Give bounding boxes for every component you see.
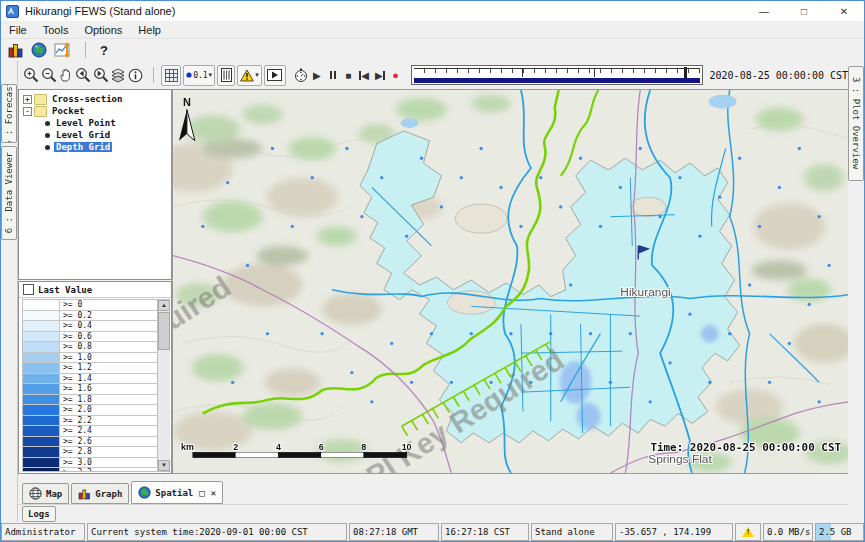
legend-title: Last Value [38, 285, 92, 295]
legend-row[interactable]: >= 2.2 [23, 416, 170, 427]
last-value-checkbox[interactable] [23, 284, 34, 295]
layers-tree: + Cross-section - Pocket Level Point [18, 89, 172, 280]
import-export-chart-icon[interactable] [53, 41, 73, 59]
pause-button[interactable] [326, 66, 340, 84]
thresholds-button[interactable]: ▾ [237, 65, 262, 86]
play-button[interactable]: ▶ [310, 66, 324, 84]
scroll-down-icon[interactable]: ▼ [158, 460, 170, 471]
timeline-availability-bar [414, 78, 700, 83]
forecast-manager-icon[interactable] [5, 41, 25, 59]
tree-item-pocket[interactable]: - Pocket [19, 105, 171, 117]
collapse-icon[interactable]: - [23, 107, 32, 116]
window-title: Hikurangi FEWS (Stand alone) [25, 5, 744, 17]
profile-button[interactable] [217, 65, 235, 86]
expand-icon[interactable]: + [23, 95, 32, 104]
status-local-time: 16:27:18 CST [441, 523, 529, 541]
legend-row[interactable]: >= 1.4 [23, 374, 170, 385]
folder-icon [34, 106, 47, 117]
tab-spatial[interactable]: Spatial □ ✕ [131, 481, 223, 504]
main-area: 5 : Forecast 6 : Data Viewer [1, 61, 864, 522]
status-user: Administrator [1, 523, 85, 541]
tree-item-level-grid[interactable]: Level Grid [19, 129, 171, 141]
legend-row[interactable]: >= 1.8 [23, 395, 170, 406]
globe-explorer-icon[interactable] [29, 41, 49, 59]
spatial-globe-icon [138, 486, 151, 499]
legend-row[interactable]: >= 2.8 [23, 447, 170, 458]
record-button[interactable]: ● [389, 66, 403, 84]
bottom-tab-bar: Map Graph Spatial □ ✕ [18, 483, 848, 504]
zoom-out-icon[interactable] [40, 66, 56, 85]
timeline-thumb[interactable] [684, 67, 687, 78]
scale-unit: km [181, 442, 194, 452]
svg-text:2: 2 [233, 442, 238, 452]
scroll-up-icon[interactable]: ▲ [158, 300, 170, 311]
tree-item-cross-section[interactable]: + Cross-section [19, 93, 171, 105]
tree-item-depth-grid[interactable]: Depth Grid [19, 141, 171, 153]
close-button[interactable]: ✕ [824, 1, 864, 21]
movie-export-button[interactable] [264, 65, 285, 86]
legend-row[interactable]: >= 0.6 [23, 332, 170, 343]
info-icon[interactable] [127, 66, 143, 85]
step-forward-button[interactable]: ▶ [373, 66, 387, 84]
legend-row[interactable]: >= 0.4 [23, 321, 170, 332]
status-warning[interactable] [735, 523, 761, 541]
svg-text:10: 10 [402, 442, 412, 452]
step-back-button[interactable]: ◀ [357, 66, 371, 84]
menu-help[interactable]: Help [130, 23, 169, 37]
toolbar-separator [85, 42, 86, 58]
menu-options[interactable]: Options [76, 23, 130, 37]
place-label-springs-flat: Springs Flat [648, 452, 712, 466]
menu-file[interactable]: File [1, 23, 35, 37]
legend-row[interactable]: >= 3.0 [23, 458, 170, 469]
grid-value-button[interactable]: 0.1 ▾ [183, 65, 215, 86]
leaf-bullet-icon [45, 121, 50, 126]
map-toolbar-separator [153, 67, 154, 83]
scrollbar-thumb[interactable] [158, 312, 170, 350]
status-coordinates: -35.657 , 174.199 [615, 523, 733, 541]
sidebar-tab-forecast[interactable]: 5 : Forecast [1, 84, 17, 143]
legend-row[interactable]: >= 0.8 [23, 342, 170, 353]
app-window: Hikurangi FEWS (Stand alone) — □ ✕ File … [0, 0, 865, 542]
stop-button[interactable]: ■ [341, 66, 355, 84]
legend-row[interactable]: >= 1.0 [23, 353, 170, 364]
legend-row[interactable]: >= 2.0 [23, 405, 170, 416]
tab-close-icon[interactable]: ✕ [211, 488, 216, 498]
help-button[interactable]: ? [94, 41, 114, 59]
maximize-button[interactable]: □ [784, 1, 824, 21]
sidebar-tab-plot-overview[interactable]: 3 : Plot Overview [848, 66, 864, 181]
legend-panel: Last Value >= 0 >= 0.2 >= 0.4 >= 0.6 >= … [18, 281, 172, 474]
layers-icon[interactable] [110, 66, 126, 85]
tab-maximize-icon[interactable]: □ [199, 488, 204, 498]
tab-map[interactable]: Map [22, 483, 69, 504]
bottom-zone: Map Graph Spatial □ ✕ [18, 474, 848, 522]
folder-icon [34, 94, 47, 105]
sidebar-tab-data-viewer[interactable]: 6 : Data Viewer [1, 146, 17, 240]
grid-value-caret-icon: ▾ [209, 71, 213, 79]
legend-header: Last Value [19, 282, 171, 298]
pan-hand-icon[interactable] [58, 66, 74, 85]
legend-row[interactable]: >= 1.6 [23, 384, 170, 395]
logs-button[interactable]: Logs [22, 506, 56, 522]
logs-row: Logs [18, 504, 848, 522]
legend-row[interactable]: >= 0.2 [23, 311, 170, 322]
minimize-button[interactable]: — [744, 1, 784, 21]
map-viewport[interactable]: API Key Required API Key Required Hikura… [172, 89, 848, 474]
tab-graph[interactable]: Graph [71, 483, 129, 504]
animation-timer-icon[interactable] [293, 66, 309, 85]
status-system-time: Current system time:2020-09-01 00:00 CST [87, 523, 347, 541]
legend-row[interactable]: >= 3.2 [23, 468, 170, 472]
grid-display-button[interactable] [161, 65, 181, 86]
zoom-in-icon[interactable] [23, 66, 39, 85]
graph-bars-icon [78, 488, 91, 500]
timeline-slider[interactable] [411, 65, 703, 85]
legend-scrollbar[interactable]: ▲ ▼ [157, 300, 170, 471]
zoom-next-icon[interactable] [92, 66, 108, 85]
zoom-previous-icon[interactable] [75, 66, 91, 85]
legend-row[interactable]: >= 0 [23, 300, 170, 311]
legend-row[interactable]: >= 2.6 [23, 437, 170, 448]
legend-color-list: >= 0 >= 0.2 >= 0.4 >= 0.6 >= 0.8 >= 1.0 … [22, 299, 170, 472]
legend-row[interactable]: >= 1.2 [23, 363, 170, 374]
tree-item-level-point[interactable]: Level Point [19, 117, 171, 129]
menu-tools[interactable]: Tools [35, 23, 77, 37]
legend-row[interactable]: >= 2.4 [23, 426, 170, 437]
